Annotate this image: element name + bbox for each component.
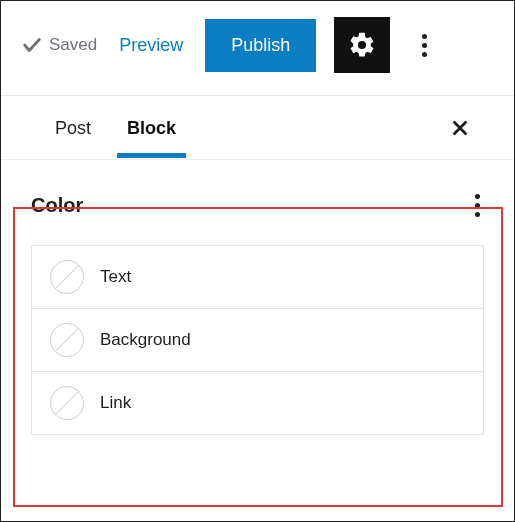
gear-icon: [348, 31, 376, 59]
publish-button[interactable]: Publish: [205, 19, 316, 72]
top-toolbar: Saved Preview Publish: [1, 1, 514, 96]
color-panel-header: Color: [31, 190, 484, 221]
color-panel-title: Color: [31, 194, 83, 217]
color-option-label: Text: [100, 267, 131, 287]
tab-block[interactable]: Block: [127, 98, 176, 157]
sidebar-tabs: Post Block: [1, 96, 514, 160]
more-options-toolbar[interactable]: [412, 25, 436, 65]
color-panel-more[interactable]: [471, 190, 484, 221]
settings-button[interactable]: [334, 17, 390, 73]
color-options-list: Text Background Link: [31, 245, 484, 435]
close-sidebar-button[interactable]: [446, 114, 474, 142]
color-panel: Color Text Background Link: [1, 160, 514, 435]
tab-post[interactable]: Post: [55, 98, 91, 157]
color-option-link[interactable]: Link: [32, 372, 483, 434]
close-icon: [449, 117, 471, 139]
color-option-label: Background: [100, 330, 191, 350]
editor-frame: Saved Preview Publish Post Block Color T: [0, 0, 515, 522]
saved-indicator: Saved: [21, 34, 97, 56]
color-option-background[interactable]: Background: [32, 309, 483, 372]
check-icon: [21, 34, 43, 56]
no-color-icon: [50, 260, 84, 294]
no-color-icon: [50, 386, 84, 420]
saved-label: Saved: [49, 35, 97, 55]
no-color-icon: [50, 323, 84, 357]
color-option-text[interactable]: Text: [32, 246, 483, 309]
preview-button[interactable]: Preview: [115, 31, 187, 60]
color-option-label: Link: [100, 393, 131, 413]
